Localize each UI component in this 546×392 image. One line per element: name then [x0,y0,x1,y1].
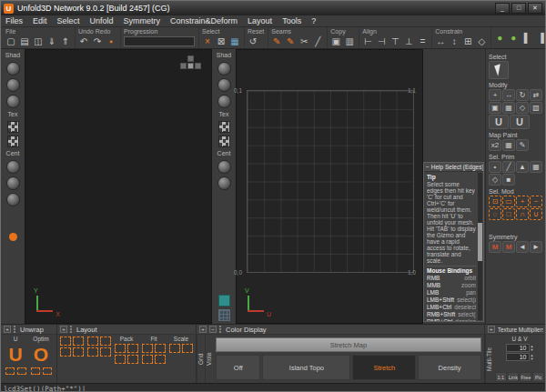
sel-mod-intersect-icon[interactable]: ∩ [516,208,529,220]
optimize-option-icon[interactable] [31,367,40,375]
expand-icon[interactable]: + [60,326,67,333]
help-scrollbar[interactable] [478,173,482,320]
constrain-shape-icon[interactable]: ◇ [476,35,487,47]
layout-tool-icon[interactable] [87,347,98,357]
shading-mode-icon[interactable] [6,95,20,108]
color-mode-density-button[interactable]: Density [418,355,481,380]
gizmo-box-icon[interactable] [187,55,194,62]
layout-tool-icon[interactable] [60,337,71,346]
sel-mod-subtract-icon[interactable]: − [530,196,542,207]
layout-tool-icon[interactable] [60,347,71,357]
help-scrollbar-thumb[interactable] [478,223,482,261]
deselect-all-icon[interactable]: × [202,35,213,47]
edge-cut-icon[interactable]: ╱ [312,35,323,47]
uv-grid-toggle-icon[interactable] [218,309,230,321]
align-bottom-icon[interactable]: ⊥ [403,35,414,47]
expand-icon[interactable]: + [488,326,495,333]
unfold-brush-icon[interactable]: U [489,115,509,129]
mirror-v-icon[interactable]: M [502,241,515,253]
select-cursor-tool[interactable] [489,61,509,79]
layout-panel-header[interactable]: + Layout [57,325,196,335]
select-invert-icon[interactable]: ⊠ [216,35,227,47]
layout-tool-icon[interactable] [73,337,84,346]
map-grid-icon[interactable]: ▦ [502,139,515,151]
color-display-header[interactable]: + − Color Display [197,325,484,335]
link-button[interactable]: Link [508,372,520,382]
constrain-h-icon[interactable]: ↔ [435,35,446,47]
history-icon[interactable]: ▪ [106,35,116,47]
layout-tool-icon[interactable] [100,337,111,346]
optimize-button[interactable]: O [30,343,52,367]
unfold-option-icon[interactable] [17,367,26,375]
fit-tool-icon[interactable] [142,344,153,353]
center-mode-icon[interactable] [217,160,231,174]
display-toggle-icon[interactable]: ● [494,32,505,44]
collapse-icon[interactable]: − [209,326,217,333]
fit-tool-icon[interactable] [155,355,166,364]
menu-layout[interactable]: Layout [248,16,272,25]
select-face-icon[interactable]: ▲ [516,161,529,173]
minimize-button[interactable]: _ [495,3,510,14]
cut-icon[interactable]: ✂ [298,35,309,47]
collapse-icon[interactable]: − [426,164,430,170]
open-file-icon[interactable]: ▤ [19,35,30,47]
center-mode-icon[interactable] [6,176,20,190]
pic-button[interactable]: Pic [532,372,544,382]
pack-tool-icon[interactable] [115,355,126,364]
symmetry-left-icon[interactable]: ◄ [516,241,529,253]
layout-tool-icon[interactable] [100,347,111,357]
sel-mod-union-icon[interactable]: ∪ [530,208,542,220]
color-mode-island-topo-button[interactable]: Island Topo [262,355,350,380]
center-mode-icon[interactable] [217,176,231,190]
unwrap-panel-header[interactable]: + Unwrap [1,325,56,335]
align-center-icon[interactable]: = [417,35,428,47]
menu-unfold[interactable]: Unfold [90,16,114,25]
v-spin-down-icon[interactable]: ▼ [531,357,534,361]
gizmo-box-icon[interactable] [180,63,187,69]
select-grid-icon[interactable]: ▦ [229,35,240,47]
texture-mode-icon[interactable] [7,136,19,147]
stretch-map-bar[interactable]: Stretch Map [216,337,481,352]
gizmo-box-icon[interactable] [187,63,194,69]
fit-tool-icon[interactable] [142,355,153,364]
panel-toggle2-icon[interactable]: ▐ [535,32,545,44]
sel-mod-box-icon[interactable]: ⊡ [489,196,501,207]
paste-uv-icon[interactable]: ▥ [344,35,355,47]
select-shape-icon[interactable]: ◇ [489,174,501,186]
expand-icon[interactable]: + [199,326,207,333]
map-x2-icon[interactable]: x2 [489,139,501,151]
select-vertex-icon[interactable]: • [489,161,501,173]
modify-fill-icon[interactable]: ▣ [489,102,501,114]
scale-tool-icon[interactable] [169,344,180,353]
view-gizmo[interactable] [180,55,202,77]
scale-tool-icon[interactable] [182,344,193,353]
u-multiplier-input[interactable]: 10 [506,344,530,352]
drag-grip-icon[interactable] [70,326,74,333]
grid-toggle[interactable]: Grid [197,335,205,383]
u-spin-down-icon[interactable]: ▼ [531,348,534,352]
center-mode-icon[interactable] [6,193,20,206]
drag-grip-icon[interactable] [219,326,223,333]
unfold-button[interactable]: U [5,343,26,367]
multi-tile-toggle[interactable]: Multi-Tile [485,335,493,383]
layout-tool-icon[interactable] [73,347,84,357]
select-all-icon[interactable]: ■ [502,174,515,186]
record-indicator-icon[interactable] [9,233,17,241]
save-file-icon[interactable]: ◫ [33,35,44,47]
modify-translate-icon[interactable]: ↔ [502,89,515,101]
menu-tools[interactable]: Tools [282,16,301,25]
free-button[interactable]: Free [520,372,531,382]
map-brush-icon[interactable]: ✎ [516,139,529,151]
undo-icon[interactable]: ↶ [78,35,89,47]
texture-multipliers-header[interactable]: + Texture Multipliers [485,325,546,335]
layout-tool-icon[interactable] [87,337,98,346]
menu-constrain-deform[interactable]: Constrain&Deform [170,16,238,25]
color-mode-stretch-button[interactable]: Stretch [352,355,416,380]
seam-brush-icon[interactable]: ✎ [285,35,296,47]
shading-mode-icon[interactable] [6,78,20,92]
reset-icon[interactable]: ↺ [248,35,258,47]
panel-toggle-icon[interactable]: ▌ [521,32,532,44]
shading-mode-icon[interactable] [6,62,20,75]
modify-pattern-icon[interactable]: ▧ [530,102,542,114]
expand-icon[interactable]: + [4,326,11,333]
